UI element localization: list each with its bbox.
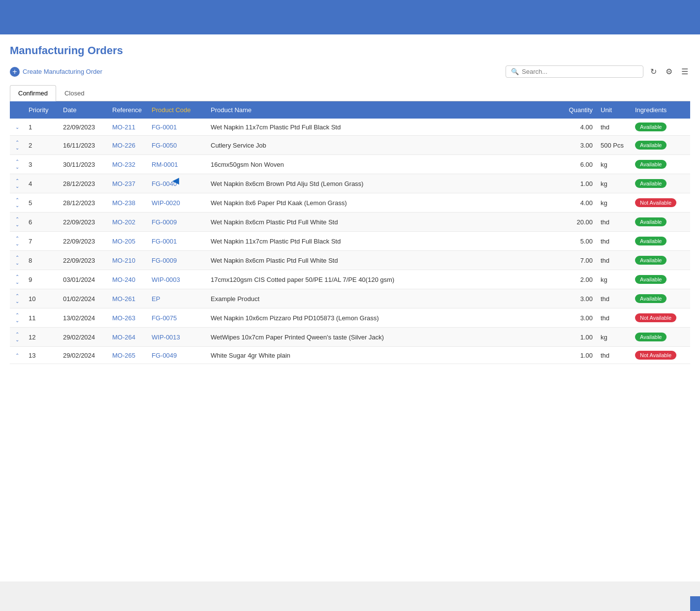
sort-cell[interactable]: ⌃⌄	[10, 270, 25, 289]
create-manufacturing-order-button[interactable]: + Create Manufacturing Order	[10, 67, 102, 77]
reference-cell[interactable]: MO-210	[108, 251, 148, 270]
product-code-cell[interactable]: FG-0001	[148, 232, 207, 251]
product-code-link[interactable]: FG-0040	[152, 180, 177, 187]
product-code-link[interactable]: WIP-0003	[152, 276, 180, 283]
reference-cell[interactable]: MO-263	[108, 308, 148, 328]
product-code-cell[interactable]: FG-0001	[148, 119, 207, 136]
sort-cell[interactable]: ⌄	[10, 119, 25, 136]
reference-link[interactable]: MO-264	[112, 334, 135, 341]
table-row[interactable]: ⌃⌄ 4 28/12/2023 MO-237 FG-0040◀ Wet Napk…	[10, 174, 690, 193]
reference-cell[interactable]: MO-226	[108, 136, 148, 155]
product-code-cell[interactable]: WIP-0013	[148, 328, 207, 347]
reference-link[interactable]: MO-265	[112, 352, 135, 359]
table-row[interactable]: ⌃⌄ 3 30/11/2023 MO-232 RM-0001 16cmx50gs…	[10, 155, 690, 174]
product-code-link[interactable]: EP	[152, 295, 160, 303]
sort-cell[interactable]: ⌃	[10, 347, 25, 364]
product-code-link[interactable]: FG-0001	[152, 123, 177, 131]
reference-cell[interactable]: MO-205	[108, 232, 148, 251]
product-code-cell[interactable]: FG-0049	[148, 347, 207, 364]
sort-arrows[interactable]: ⌃⌄	[14, 255, 21, 266]
product-code-link[interactable]: FG-0001	[152, 238, 177, 245]
product-code-cell[interactable]: RM-0001	[148, 155, 207, 174]
sort-cell[interactable]: ⌃⌄	[10, 193, 25, 213]
table-row[interactable]: ⌃⌄ 8 22/09/2023 MO-210 FG-0009 Wet Napki…	[10, 251, 690, 270]
reference-cell[interactable]: MO-240	[108, 270, 148, 289]
sort-arrows[interactable]: ⌃⌄	[14, 178, 21, 189]
reference-link[interactable]: MO-205	[112, 238, 135, 245]
refresh-button[interactable]: ↻	[648, 65, 659, 78]
ingredients-cell: Available	[631, 213, 690, 232]
sort-arrows[interactable]: ⌃⌄	[14, 274, 21, 285]
reference-link[interactable]: MO-211	[112, 123, 135, 131]
reference-link[interactable]: MO-238	[112, 199, 135, 207]
reference-link[interactable]: MO-210	[112, 257, 135, 264]
sort-arrows[interactable]: ⌃⌄	[14, 293, 21, 304]
sort-arrows[interactable]: ⌃⌄	[14, 236, 21, 246]
reference-cell[interactable]: MO-202	[108, 213, 148, 232]
table-row[interactable]: ⌃ 13 29/02/2024 MO-265 FG-0049 White Sug…	[10, 347, 690, 364]
table-row[interactable]: ⌃⌄ 6 22/09/2023 MO-202 FG-0009 Wet Napki…	[10, 213, 690, 232]
reference-link[interactable]: MO-263	[112, 314, 135, 322]
tab-closed[interactable]: Closed	[56, 85, 93, 101]
sort-cell[interactable]: ⌃⌄	[10, 136, 25, 155]
reference-cell[interactable]: MO-237	[108, 174, 148, 193]
sort-arrows[interactable]: ⌃⌄	[14, 197, 21, 208]
reference-link[interactable]: MO-226	[112, 142, 135, 149]
sort-cell[interactable]: ⌃⌄	[10, 289, 25, 308]
product-code-cell[interactable]: FG-0075	[148, 308, 207, 328]
reference-cell[interactable]: MO-261	[108, 289, 148, 308]
product-code-cell[interactable]: EP	[148, 289, 207, 308]
table-row[interactable]: ⌃⌄ 10 01/02/2024 MO-261 EP Example Produ…	[10, 289, 690, 308]
sort-arrows[interactable]: ⌃⌄	[14, 332, 21, 342]
list-view-button[interactable]: ☰	[679, 65, 690, 78]
sort-cell[interactable]: ⌃⌄	[10, 213, 25, 232]
reference-link[interactable]: MO-240	[112, 276, 135, 283]
product-code-cell[interactable]: FG-0009	[148, 251, 207, 270]
sort-cell[interactable]: ⌃⌄	[10, 328, 25, 347]
table-row[interactable]: ⌄ 1 22/09/2023 MO-211 FG-0001 Wet Napkin…	[10, 119, 690, 136]
reference-link[interactable]: MO-232	[112, 161, 135, 168]
reference-cell[interactable]: MO-211	[108, 119, 148, 136]
tab-confirmed[interactable]: Confirmed	[10, 85, 56, 101]
search-input[interactable]	[522, 68, 638, 75]
product-code-link[interactable]: FG-0050	[152, 142, 177, 149]
table-row[interactable]: ⌃⌄ 2 16/11/2023 MO-226 FG-0050 Cutlery S…	[10, 136, 690, 155]
sort-cell[interactable]: ⌃⌄	[10, 308, 25, 328]
settings-button[interactable]: ⚙	[664, 65, 674, 78]
reference-cell[interactable]: MO-232	[108, 155, 148, 174]
sort-arrows[interactable]: ⌄	[14, 124, 21, 130]
product-code-link[interactable]: FG-0049	[152, 352, 177, 359]
product-code-link[interactable]: FG-0009	[152, 257, 177, 264]
table-row[interactable]: ⌃⌄ 9 03/01/2024 MO-240 WIP-0003 17cmx120…	[10, 270, 690, 289]
product-code-link[interactable]: FG-0009	[152, 218, 177, 226]
sort-cell[interactable]: ⌃⌄	[10, 174, 25, 193]
product-code-cell[interactable]: FG-0009	[148, 213, 207, 232]
sort-arrows[interactable]: ⌃⌄	[14, 216, 21, 227]
product-code-link[interactable]: WIP-0013	[152, 334, 180, 341]
table-row[interactable]: ⌃⌄ 12 29/02/2024 MO-264 WIP-0013 WetWipe…	[10, 328, 690, 347]
sort-cell[interactable]: ⌃⌄	[10, 232, 25, 251]
reference-link[interactable]: MO-237	[112, 180, 135, 187]
sort-arrows[interactable]: ⌃⌄	[14, 312, 21, 323]
product-code-cell[interactable]: FG-0040◀	[148, 174, 207, 193]
date-cell: 22/09/2023	[59, 251, 108, 270]
product-code-link[interactable]: FG-0075	[152, 314, 177, 322]
table-row[interactable]: ⌃⌄ 11 13/02/2024 MO-263 FG-0075 Wet Napk…	[10, 308, 690, 328]
reference-link[interactable]: MO-261	[112, 295, 135, 303]
sort-arrows[interactable]: ⌃	[14, 353, 21, 358]
sort-cell[interactable]: ⌃⌄	[10, 155, 25, 174]
product-code-cell[interactable]: WIP-0003	[148, 270, 207, 289]
reference-link[interactable]: MO-202	[112, 218, 135, 226]
table-row[interactable]: ⌃⌄ 7 22/09/2023 MO-205 FG-0001 Wet Napki…	[10, 232, 690, 251]
sort-arrows[interactable]: ⌃⌄	[14, 159, 21, 170]
product-code-cell[interactable]: FG-0050	[148, 136, 207, 155]
reference-cell[interactable]: MO-238	[108, 193, 148, 213]
sort-arrows[interactable]: ⌃⌄	[14, 140, 21, 151]
product-code-link[interactable]: RM-0001	[152, 161, 178, 168]
reference-cell[interactable]: MO-265	[108, 347, 148, 364]
reference-cell[interactable]: MO-264	[108, 328, 148, 347]
sort-cell[interactable]: ⌃⌄	[10, 251, 25, 270]
product-code-cell[interactable]: WIP-0020	[148, 193, 207, 213]
table-row[interactable]: ⌃⌄ 5 28/12/2023 MO-238 WIP-0020 Wet Napk…	[10, 193, 690, 213]
product-code-link[interactable]: WIP-0020	[152, 199, 180, 207]
